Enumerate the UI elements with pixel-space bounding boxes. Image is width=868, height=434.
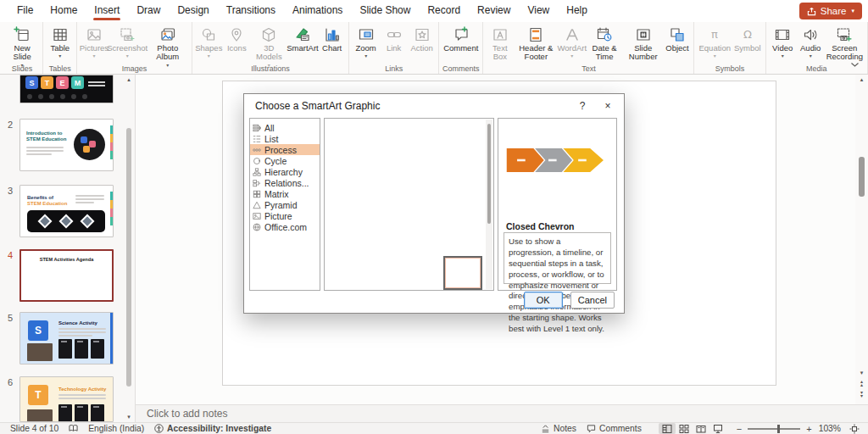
chart-button[interactable]: Chart [318,25,346,53]
smartart-item-funnel-process[interactable] [326,222,365,256]
smartart-item-timeline-arrow[interactable] [443,222,482,256]
menu-item-home[interactable]: Home [42,0,86,22]
menu-item-record[interactable]: Record [419,0,469,22]
reading-view-button[interactable] [693,423,709,434]
ok-button[interactable]: OK [524,292,563,309]
dialog-close-button[interactable]: × [595,97,620,115]
menu-item-insert[interactable]: Insert [86,0,128,22]
menu-item-help[interactable]: Help [558,0,596,22]
menu-item-view[interactable]: View [519,0,558,22]
slide-thumbnail-3[interactable]: 3 Benefits of STEM Education [0,185,114,237]
category-process[interactable]: Process [250,144,320,155]
normal-view-button[interactable] [659,423,676,434]
smartart-item-circle-timeline[interactable] [404,154,443,188]
menu-item-animations[interactable]: Animations [284,0,351,22]
smartart-item-linked-rings[interactable] [326,256,365,290]
category-list[interactable]: List [250,133,320,144]
zoom-slider[interactable] [748,428,800,430]
comments-toggle-button[interactable]: Comments [581,423,647,434]
smartart-item-closed-chevron-process[interactable] [443,256,482,290]
thumbnail-scrollbar-thumb[interactable] [126,128,131,387]
smartart-item-chevron-list[interactable] [365,256,404,290]
category-pyramid[interactable]: Pyramid [250,200,320,211]
audio-button[interactable]: Audio▾ [797,25,825,58]
video-button[interactable]: Video▾ [769,25,797,58]
gallery-scrollbar-thumb[interactable] [487,124,491,224]
scrollbar-thumb[interactable] [859,157,865,197]
accessibility-button[interactable]: Accessibility: Investigate [149,423,276,434]
photo-album-button[interactable]: Photo Album▾ [147,25,189,68]
slideshow-view-button[interactable] [709,423,726,434]
new-slide-button[interactable]: New Slide▾ [4,25,40,68]
scroll-up-icon[interactable]: ▴ [855,76,868,83]
zoom-slider-thumb[interactable] [777,425,780,433]
zoom-button[interactable]: Zoom▾ [352,25,380,58]
smartart-item-phased-process[interactable] [404,188,443,222]
next-slide-button[interactable]: ▾▾ [855,391,868,398]
proofing-button[interactable] [64,423,83,434]
slide-sorter-view-button[interactable] [676,423,693,434]
menu-item-transitions[interactable]: Transitions [218,0,284,22]
wordart-icon [564,25,581,44]
smartart-item-paired-circles[interactable] [404,290,443,291]
smartart-item-staggered-chevron[interactable] [404,256,443,290]
language-button[interactable]: English (India) [83,423,149,434]
smartart-item-process-list[interactable] [365,188,404,222]
slide-number-button[interactable]: Slide Number [623,25,664,62]
smartart-item-arrow-ribbon[interactable] [326,188,365,222]
previous-slide-button[interactable]: ▴▴ [855,380,868,387]
cancel-button[interactable]: Cancel [570,292,615,309]
category-matrix[interactable]: Matrix [250,189,320,200]
smartart-item-basic-process[interactable] [326,120,365,154]
scroll-down-icon[interactable]: ▾ [855,370,868,376]
zoom-out-button[interactable]: − [735,424,743,434]
share-button[interactable]: Share ▾ [799,3,862,19]
closed-chevron-preview-graphic [505,141,609,180]
smartart-item-picture-accent-process[interactable] [443,120,482,154]
symbol-icon: Ω [739,25,756,44]
collapse-ribbon-icon[interactable] [850,58,860,70]
zoom-level[interactable]: 103% [814,423,846,434]
smartart-item-pill-process[interactable] [326,290,365,291]
screen-recording-button[interactable]: Screen Recording [825,25,865,62]
smartart-item-circle-chain[interactable] [365,222,404,256]
slide-thumbnail-2[interactable]: 2 Introduction to STEM Education [0,119,114,171]
slide-thumbnail-4-selected[interactable]: 4 STEM Activities Agenda [0,249,114,302]
header-footer-button[interactable]: Header & Footer [514,25,558,62]
smartart-item-alternating-picture-blocks[interactable] [326,154,365,188]
category-picture[interactable]: Picture [250,211,320,222]
smartart-item-accent-process[interactable] [404,120,443,154]
comment-button[interactable]: Comment [442,25,480,53]
smartart-item-continuous-picture-list[interactable] [365,154,404,188]
notes-pane[interactable]: Click to add notes [136,404,868,422]
smartart-item-step-up-process[interactable] [365,120,404,154]
slide-thumbnail-6[interactable]: 6 T Technology Activity [0,376,114,422]
smartart-item-detailed-process[interactable] [365,290,404,291]
slide-thumbnail-5[interactable]: 5 S Science Activity [0,312,114,364]
category-all[interactable]: All [250,122,320,133]
menu-item-file[interactable]: File [8,0,42,22]
menu-item-design[interactable]: Design [169,0,217,22]
smartart-item-gear-process[interactable] [404,222,443,256]
scroll-down-icon[interactable]: ▾ [124,414,134,420]
table-button[interactable]: Table▾ [46,25,74,58]
dialog-help-button[interactable]: ? [570,97,595,115]
scroll-up-icon[interactable]: ▴ [124,76,134,83]
menu-item-review[interactable]: Review [469,0,519,22]
object-button[interactable]: Object [663,25,691,53]
zoom-in-button[interactable]: + [804,424,813,434]
category-hierarchy[interactable]: Hierarchy [250,166,320,177]
date-time-button[interactable]: Date & Time [586,25,623,62]
menu-item-draw[interactable]: Draw [128,0,169,22]
smartart-item-text-process[interactable] [443,290,482,291]
fit-slide-to-window-button[interactable] [846,423,863,434]
notes-toggle-button[interactable]: Notes [536,423,581,434]
smartart-item-half-circle-process[interactable] [443,154,482,188]
smartart-item-basic-arrow[interactable] [443,188,482,222]
slide-thumbnail-1[interactable]: STEM [0,75,114,103]
menu-item-slide-show[interactable]: Slide Show [351,0,419,22]
category-office-com[interactable]: Office.com [250,222,320,233]
category-relations[interactable]: Relations... [250,177,320,188]
smartart-button[interactable]: SmartArt [287,25,318,53]
category-cycle[interactable]: Cycle [250,155,320,166]
